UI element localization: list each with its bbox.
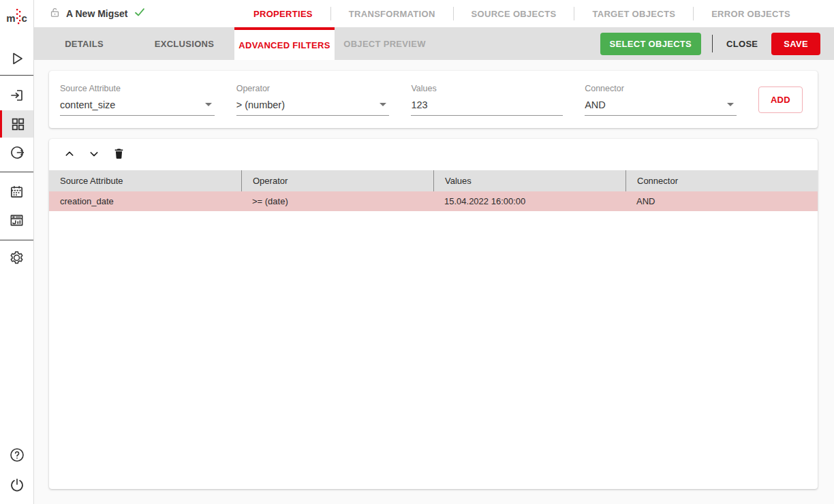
values-value: 123 xyxy=(411,99,427,110)
scheduler-calendar-icon xyxy=(9,184,25,200)
delete-trash-icon xyxy=(112,147,125,162)
move-down-button[interactable] xyxy=(82,142,106,167)
sidebar-item-settings[interactable] xyxy=(0,244,33,271)
check-icon xyxy=(134,6,146,21)
sidebar-item-importers[interactable] xyxy=(0,82,33,109)
logo-letter-left: m xyxy=(6,12,15,24)
column-header-source-attribute[interactable]: Source Attribute xyxy=(49,170,241,191)
sidebar-divider xyxy=(0,172,33,172)
help-icon xyxy=(9,447,25,463)
logout-power-icon xyxy=(9,477,25,493)
unlocked-padlock-icon xyxy=(49,7,61,21)
source-attribute-value: content_size xyxy=(60,99,115,110)
source-attribute-label: Source Attribute xyxy=(60,84,215,93)
tab-properties[interactable]: PROPERTIES xyxy=(236,9,330,19)
sidebar-item-help[interactable] xyxy=(0,441,33,469)
sub-tab-actions: SELECT OBJECTS CLOSE SAVE xyxy=(600,27,834,60)
delete-button[interactable] xyxy=(106,142,131,167)
values-input[interactable]: 123 xyxy=(411,99,563,116)
tab-object-preview[interactable]: OBJECT PREVIEW xyxy=(335,27,435,60)
cell-values: 15.04.2022 16:00:00 xyxy=(433,191,626,211)
chevron-down-icon xyxy=(727,103,734,106)
top-navigation: PROPERTIES TRANSFORMATION SOURCE OBJECTS… xyxy=(236,7,808,20)
tab-transformation[interactable]: TRANSFORMATION xyxy=(331,9,453,19)
operator-label: Operator xyxy=(236,84,390,93)
connector-value: AND xyxy=(585,99,606,110)
add-button[interactable]: ADD xyxy=(758,86,803,113)
jobs-report-icon xyxy=(9,212,25,228)
move-up-button[interactable] xyxy=(57,142,82,167)
move-down-icon xyxy=(89,148,99,161)
sidebar-item-jobs-report[interactable] xyxy=(0,206,33,234)
tab-details[interactable]: DETAILS xyxy=(34,27,134,60)
tab-target-objects[interactable]: TARGET OBJECTS xyxy=(574,9,693,19)
close-button[interactable]: CLOSE xyxy=(724,33,760,55)
export-target-icon xyxy=(9,144,25,161)
grid-toolbar xyxy=(49,139,818,170)
save-button[interactable]: SAVE xyxy=(771,33,820,55)
migration-center-logo: mc xyxy=(0,0,33,35)
table-header-row: Source Attribute Operator Values Connect… xyxy=(49,170,818,191)
migration-sets-grid-icon xyxy=(10,116,25,131)
cell-operator: >= (date) xyxy=(241,191,433,211)
chevron-down-icon xyxy=(380,103,386,106)
migset-title-group: A New Migset xyxy=(49,6,146,21)
sub-tab-bar: DETAILS EXCLUSIONS ADVANCED FILTERS OBJE… xyxy=(34,27,834,60)
operator-field: Operator > (number) xyxy=(236,84,390,116)
table-row[interactable]: creation_date >= (date) 15.04.2022 16:00… xyxy=(49,191,818,211)
main-content: Source Attribute content_size Operator >… xyxy=(34,60,834,504)
cell-connector: AND xyxy=(626,191,818,211)
cell-source-attribute: creation_date xyxy=(49,191,241,211)
chevron-down-icon xyxy=(205,103,212,106)
tab-source-objects[interactable]: SOURCE OBJECTS xyxy=(454,9,574,19)
source-attribute-field: Source Attribute content_size xyxy=(60,84,215,116)
column-header-operator[interactable]: Operator xyxy=(241,170,433,191)
filters-table-card: Source Attribute Operator Values Connect… xyxy=(49,139,818,489)
source-attribute-select[interactable]: content_size xyxy=(60,99,215,116)
sidebar-item-exporters[interactable] xyxy=(0,139,33,166)
tab-error-objects[interactable]: ERROR OBJECTS xyxy=(694,9,808,19)
settings-gear-icon xyxy=(8,249,25,266)
migset-title: A New Migset xyxy=(66,8,128,19)
values-field: Values 123 xyxy=(411,84,563,116)
sidebar-divider xyxy=(0,75,33,76)
sidebar-item-scheduler[interactable] xyxy=(0,178,33,205)
column-header-values[interactable]: Values xyxy=(433,170,626,191)
connector-select[interactable]: AND xyxy=(585,99,737,116)
move-up-icon xyxy=(64,148,75,161)
column-header-connector[interactable]: Connector xyxy=(626,170,818,191)
select-objects-button[interactable]: SELECT OBJECTS xyxy=(600,33,702,55)
operator-value: > (number) xyxy=(236,99,285,110)
actions-divider xyxy=(712,35,713,52)
app-sidebar: mc xyxy=(0,0,34,504)
connector-label: Connector xyxy=(585,84,737,93)
run-icon xyxy=(9,50,25,67)
filter-form-card: Source Attribute content_size Operator >… xyxy=(49,71,818,128)
sidebar-item-run[interactable] xyxy=(0,45,33,72)
top-bar: A New Migset PROPERTIES TRANSFORMATION S… xyxy=(34,0,834,27)
import-source-icon xyxy=(9,87,25,104)
sidebar-divider xyxy=(0,240,33,240)
tab-exclusions[interactable]: EXCLUSIONS xyxy=(134,27,234,60)
sidebar-item-migration-sets[interactable] xyxy=(0,110,33,138)
logo-dots xyxy=(16,8,21,28)
tab-advanced-filters[interactable]: ADVANCED FILTERS xyxy=(234,27,335,60)
connector-field: Connector AND xyxy=(585,84,737,116)
values-label: Values xyxy=(411,84,563,93)
logo-letter-right: c xyxy=(22,12,27,24)
operator-select[interactable]: > (number) xyxy=(236,99,390,116)
sidebar-item-logout[interactable] xyxy=(0,471,33,499)
